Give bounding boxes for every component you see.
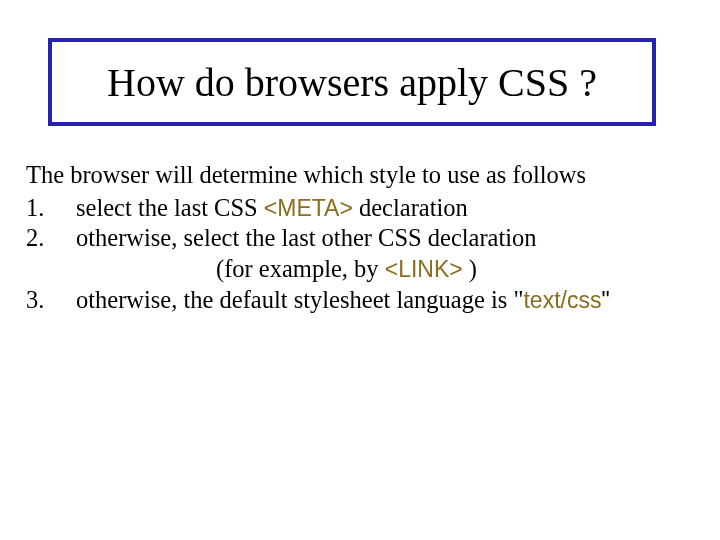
item-number: 3. [26, 285, 76, 316]
code-run: <LINK> [385, 256, 463, 282]
intro-line: The browser will determine which style t… [26, 160, 698, 191]
code-run: <META> [264, 195, 353, 221]
text-run: otherwise, select the last other CSS dec… [76, 224, 537, 251]
list-item: 1. select the last CSS <META> declaratio… [26, 193, 698, 224]
slide-title: How do browsers apply CSS ? [107, 59, 597, 106]
code-run: text/css [523, 287, 601, 313]
list-item: 2. otherwise, select the last other CSS … [26, 223, 698, 254]
text-run: select the last CSS [76, 194, 264, 221]
item-subline: (for example, by <LINK> ) [26, 254, 698, 285]
item-text: otherwise, the default stylesheet langua… [76, 285, 698, 316]
item-number: 1. [26, 193, 76, 224]
item-text: otherwise, select the last other CSS dec… [76, 223, 698, 254]
item-number: 2. [26, 223, 76, 254]
text-run: (for example, by [216, 255, 385, 282]
item-text: select the last CSS <META> declaration [76, 193, 698, 224]
text-run: otherwise, the default stylesheet langua… [76, 286, 523, 313]
text-run: ) [463, 255, 477, 282]
text-run: " [601, 287, 609, 313]
list-item: 3. otherwise, the default stylesheet lan… [26, 285, 698, 316]
text-run: declaration [353, 194, 468, 221]
slide: How do browsers apply CSS ? The browser … [0, 0, 720, 540]
title-box: How do browsers apply CSS ? [48, 38, 656, 126]
body-text: The browser will determine which style t… [26, 160, 698, 315]
